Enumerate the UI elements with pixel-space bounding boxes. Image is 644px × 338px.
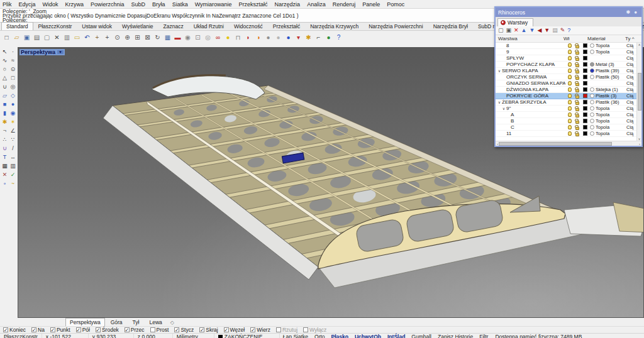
unlock-icon[interactable] [575, 133, 579, 136]
toolbar-tab[interactable]: Przekształć [268, 22, 305, 30]
horizontal-scrollbar[interactable]: ‹ › [496, 141, 641, 146]
material-circle-icon[interactable] [590, 87, 594, 92]
rotate-view-icon[interactable]: ↻ [153, 33, 162, 42]
layer-on-cell[interactable] [565, 106, 574, 111]
paste-icon[interactable]: ▭ [72, 33, 82, 42]
osnap-węzeł[interactable]: ✓Węzeł [224, 327, 245, 333]
material-circle-icon[interactable] [590, 112, 594, 117]
lightbulb-icon[interactable] [568, 68, 572, 73]
hatch-icon[interactable]: ▦ [1, 161, 9, 170]
checkbox-icon[interactable]: ✓ [50, 327, 55, 332]
toolbar-tab[interactable]: Układ Rzutni [189, 22, 229, 30]
layer-color-cell[interactable] [581, 94, 589, 98]
expand-arrow-icon[interactable]: ∨ [497, 68, 502, 73]
units-button[interactable]: Milimetry [173, 334, 214, 338]
layer-color-swatch[interactable] [583, 62, 587, 67]
column-material[interactable]: Materiał [587, 36, 625, 41]
layer-color-cell[interactable] [581, 56, 589, 60]
osnap-pół[interactable]: ✓Pół [76, 327, 90, 333]
layer-color-cell[interactable] [581, 106, 589, 111]
layer-on-cell[interactable] [565, 68, 574, 73]
script-icon[interactable]: ▾ [294, 33, 303, 42]
unlock-icon[interactable] [575, 77, 579, 80]
layer-row[interactable]: 9TopolaCią [496, 49, 636, 55]
unlock-icon[interactable] [575, 89, 579, 92]
layer-color-cell[interactable] [581, 119, 589, 123]
menu-item-renderuj[interactable]: Renderuj [333, 1, 356, 8]
layer-lock-cell[interactable] [574, 50, 581, 55]
ghosted-ball-icon[interactable]: ● [274, 33, 283, 42]
scroll-right-icon[interactable]: › [639, 142, 640, 146]
layer-lock-cell[interactable] [574, 43, 581, 48]
material-circle-cell[interactable] [589, 87, 596, 92]
chevron-down-icon[interactable]: ▼ [57, 50, 64, 54]
layer-on-cell[interactable] [565, 43, 574, 48]
lightbulb-icon[interactable] [568, 50, 572, 54]
lightbulb-icon[interactable] [568, 100, 572, 104]
unlock-icon[interactable] [575, 121, 579, 124]
one-layer-icon[interactable]: ▤ [552, 28, 558, 33]
layer-color-swatch[interactable] [583, 119, 587, 123]
layer-color-swatch[interactable] [583, 112, 587, 117]
layers-header[interactable]: Warstwa Wł Materiał Ty ^ [496, 35, 641, 43]
layer-row[interactable]: SPŁYWCią [496, 55, 636, 62]
material-circle-icon[interactable] [590, 106, 594, 111]
lightbulb-icon[interactable] [568, 56, 572, 60]
column-layer[interactable]: Warstwa [496, 36, 564, 41]
layer-lock-cell[interactable] [574, 56, 581, 61]
menu-item-subd[interactable]: SubD [131, 1, 146, 8]
check-icon[interactable]: ✓ [9, 170, 17, 179]
new-sublayer-icon[interactable]: ▣ [506, 28, 512, 33]
toggle-zapisz-historię[interactable]: Zapisz Historię [435, 334, 476, 338]
open-file-icon[interactable]: ▱ [12, 33, 21, 42]
toggle-uchwytob[interactable]: UchwytOb [352, 334, 384, 338]
layer-color-cell[interactable] [581, 131, 589, 136]
column-on[interactable]: Wł [564, 36, 587, 41]
layer-color-cell[interactable] [581, 50, 589, 54]
panel-titlebar[interactable]: Rhinoceros ✱ ● [496, 8, 641, 17]
toolbar-tab[interactable]: PłaszczKonstr [33, 22, 77, 30]
material-circle-icon[interactable] [590, 62, 594, 67]
material-circle-cell[interactable] [589, 100, 596, 104]
surface-icon[interactable]: ▱ [1, 91, 9, 100]
toolbar-tab[interactable]: Narzędzia Krzywych [305, 22, 364, 30]
material-circle-icon[interactable] [590, 119, 594, 123]
layer-lock-cell[interactable] [574, 94, 581, 99]
toolbar-tab[interactable]: Wyświetlanie [117, 22, 158, 30]
lightbulb-icon[interactable] [568, 119, 572, 123]
layer-color-cell[interactable] [581, 112, 589, 117]
layer-lock-cell[interactable] [574, 75, 581, 80]
layer-color-swatch[interactable] [583, 94, 587, 98]
menu-item-analiza[interactable]: Analiza [307, 1, 326, 8]
toggle-orto[interactable]: Orto [311, 334, 328, 338]
rectangle-icon[interactable]: □ [9, 74, 17, 82]
toolbar-tab[interactable]: Standard [1, 22, 33, 30]
layer-on-cell[interactable] [565, 125, 574, 129]
pan-icon[interactable]: + [92, 33, 102, 42]
menu-item-wymiarowanie[interactable]: Wymiarowanie [195, 1, 232, 8]
layer-row[interactable]: BTopolaCią [496, 118, 636, 124]
zoom-icon[interactable]: ⊙ [113, 33, 122, 42]
material-circle-icon[interactable] [590, 43, 594, 48]
osnap-punkt[interactable]: ✓Punkt [50, 327, 70, 333]
layer-on-cell[interactable] [565, 112, 574, 117]
layer-color-cell[interactable] [581, 43, 589, 48]
menu-item-plik[interactable]: Plik [3, 1, 12, 8]
material-circle-cell[interactable] [589, 106, 596, 111]
layer-row[interactable]: POKRYCIE GÓRAPlastik (3)Cią [496, 93, 636, 99]
unlock-icon[interactable] [575, 64, 579, 67]
close-icon[interactable]: ● [632, 9, 639, 15]
layer-lock-cell[interactable] [574, 68, 581, 74]
hscroll-thumb[interactable] [499, 142, 612, 146]
lightbulb-icon[interactable] [568, 81, 572, 85]
lightbulb-icon[interactable] [568, 131, 572, 136]
layer-row[interactable]: 11TopolaCią [496, 131, 636, 137]
layer-lock-cell[interactable] [574, 62, 581, 67]
checkbox-icon[interactable]: ✓ [199, 327, 204, 332]
unlock-icon[interactable] [575, 70, 579, 74]
filter-icon[interactable]: ▼ [544, 28, 550, 33]
scroll-left-icon[interactable]: ‹ [497, 142, 498, 146]
menu-item-pomoc[interactable]: Pomoc [387, 1, 404, 8]
help-icon[interactable]: ? [334, 33, 343, 42]
layer-color-swatch[interactable] [583, 43, 587, 48]
